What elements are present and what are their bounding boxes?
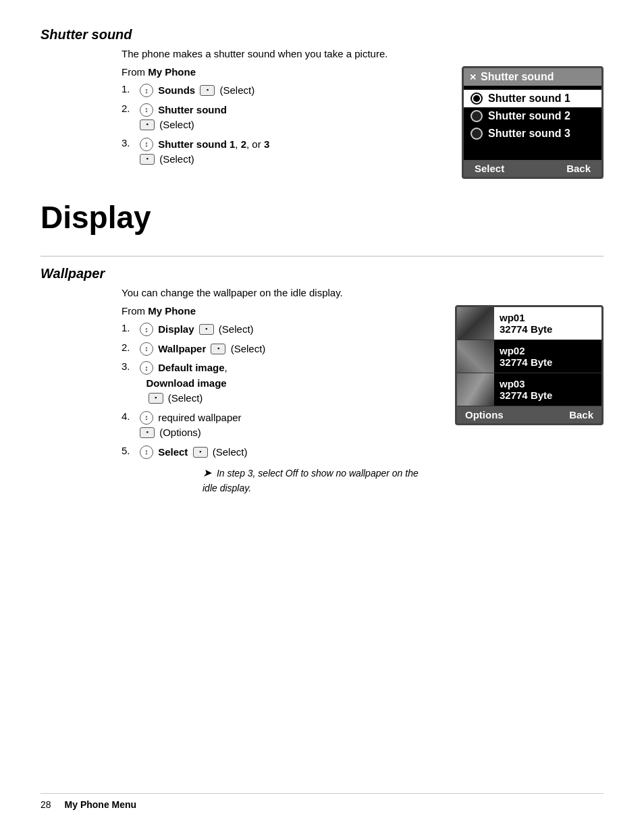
wp-select-icon-2: ▪ — [211, 344, 225, 354]
display-section: Display — [41, 199, 603, 236]
wp-size-3: 32774 Byte — [500, 389, 596, 401]
shutter-footer-left: Select — [475, 163, 504, 174]
wp-item-3: wp03 32774 Byte — [457, 373, 601, 406]
nav-icon-2: ↕ — [140, 103, 153, 117]
wp-name-1: wp01 — [500, 312, 596, 323]
nav-icon-3: ↕ — [140, 138, 153, 151]
divider — [41, 256, 603, 256]
step-1: 1. ↕ Sounds ▪ (Select) — [122, 83, 441, 99]
shutter-item-2: Shutter sound 2 — [464, 107, 601, 125]
wp-step-3: 3. ↕ Default image, Download image ▪ (Se… — [122, 360, 435, 406]
shutter-steps: 1. ↕ Sounds ▪ (Select) 2. ↕ Shutter soun… — [122, 83, 441, 167]
step-2: 2. ↕ Shutter sound ▪ (Select) — [122, 103, 441, 133]
shutter-instructions: From My Phone 1. ↕ Sounds ▪ (Select) 2. … — [122, 66, 441, 171]
wp-name-2: wp02 — [500, 345, 596, 356]
wallpaper-section: Wallpaper You can change the wallpaper o… — [41, 256, 603, 495]
shutter-phone-body: Shutter sound 1 Shutter sound 2 Shutter … — [464, 86, 601, 146]
wp-info-2: wp02 32774 Byte — [494, 342, 601, 371]
wp-select-icon-1: ▪ — [199, 324, 214, 335]
shutter-phone-title: Shutter sound — [481, 71, 554, 83]
wp-info-3: wp03 32774 Byte — [494, 375, 601, 404]
wallpaper-phone-footer: Options Back — [457, 406, 601, 423]
wp-info-1: wp01 32774 Byte — [494, 309, 601, 338]
wp-step-4: 4. ↕ required wallpaper ▪ (Options) — [122, 410, 435, 441]
shutter-description: The phone makes a shutter sound when you… — [122, 48, 603, 59]
wallpaper-tip: ➤ In step 3, select Off to show no wallp… — [203, 465, 432, 495]
shutter-phone-footer: Select Back — [464, 160, 601, 177]
wallpaper-from: From My Phone — [122, 305, 435, 317]
wallpaper-description: You can change the wallpaper on the idle… — [122, 287, 603, 298]
wp-select-icon-5: ▪ — [193, 447, 208, 458]
wallpaper-footer-right: Back — [569, 409, 593, 421]
wp-item-1: wp01 32774 Byte — [457, 307, 601, 340]
wp-nav-icon-5: ↕ — [140, 446, 153, 459]
wp-thumb-2 — [457, 340, 494, 373]
wp-nav-icon-3: ↕ — [140, 361, 153, 375]
shutter-phone-header: ✕ Shutter sound — [464, 68, 601, 86]
wp-item-2: wp02 32774 Byte — [457, 340, 601, 373]
wp-select-icon-3: ▪ — [149, 393, 163, 404]
radio-2 — [471, 110, 483, 122]
wp-name-3: wp03 — [500, 378, 596, 389]
shutter-header-icon: ✕ — [469, 72, 477, 82]
shutter-item-1: Shutter sound 1 — [464, 90, 601, 107]
wallpaper-footer-left: Options — [465, 409, 504, 421]
tip-arrow-icon: ➤ — [203, 467, 211, 479]
shutter-content: From My Phone 1. ↕ Sounds ▪ (Select) 2. … — [41, 66, 603, 179]
shutter-item-3: Shutter sound 3 — [464, 125, 601, 142]
wp-nav-icon-2: ↕ — [140, 342, 153, 356]
display-title: Display — [41, 199, 603, 236]
wp-step-1: 1. ↕ Display ▪ (Select) — [122, 322, 435, 338]
shutter-label-3: Shutter sound 3 — [488, 128, 570, 140]
wp-size-1: 32774 Byte — [500, 323, 596, 335]
wp-step-2: 2. ↕ Wallpaper ▪ (Select) — [122, 342, 435, 357]
wallpaper-content: From My Phone 1. ↕ Display ▪ (Select) 2.… — [41, 305, 603, 495]
wp-thumb-3 — [457, 373, 494, 406]
required-wallpaper-text: required wallpaper — [158, 412, 241, 423]
select-icon-3: ▪ — [140, 154, 155, 165]
shutter-title: Shutter sound — [41, 27, 603, 43]
shutter-label-1: Shutter sound 1 — [488, 92, 570, 105]
wp-step-5: 5. ↕ Select ▪ (Select) — [122, 445, 435, 460]
wp-size-2: 32774 Byte — [500, 356, 596, 368]
shutter-footer-right: Back — [566, 163, 591, 174]
wp-nav-icon-1: ↕ — [140, 323, 153, 336]
wallpaper-title: Wallpaper — [41, 266, 603, 281]
wallpaper-phone-screen: wp01 32774 Byte wp02 32774 Byte wp03 327… — [455, 305, 603, 425]
wp-select-icon-4: ▪ — [140, 427, 155, 438]
radio-3 — [471, 128, 483, 140]
nav-icon-1: ↕ — [140, 84, 153, 97]
shutter-from: From My Phone — [122, 66, 441, 78]
select-icon-1: ▪ — [200, 85, 215, 96]
wallpaper-steps: 1. ↕ Display ▪ (Select) 2. ↕ Wallpaper ▪… — [122, 322, 435, 460]
page-number: 28 — [41, 799, 51, 810]
select-icon-2: ▪ — [140, 119, 155, 130]
page-footer: 28 My Phone Menu — [41, 793, 603, 810]
wp-thumb-1 — [457, 307, 494, 340]
page-footer-label: My Phone Menu — [65, 799, 137, 810]
wallpaper-instructions: From My Phone 1. ↕ Display ▪ (Select) 2.… — [122, 305, 435, 495]
shutter-phone-screen: ✕ Shutter sound Shutter sound 1 Shutter … — [462, 66, 603, 179]
radio-1 — [471, 92, 483, 105]
shutter-label-2: Shutter sound 2 — [488, 110, 570, 122]
step-3: 3. ↕ Shutter sound 1, 2, or 3 ▪ (Select) — [122, 137, 441, 167]
shutter-section: Shutter sound The phone makes a shutter … — [41, 27, 603, 179]
wp-nav-icon-4: ↕ — [140, 411, 153, 425]
